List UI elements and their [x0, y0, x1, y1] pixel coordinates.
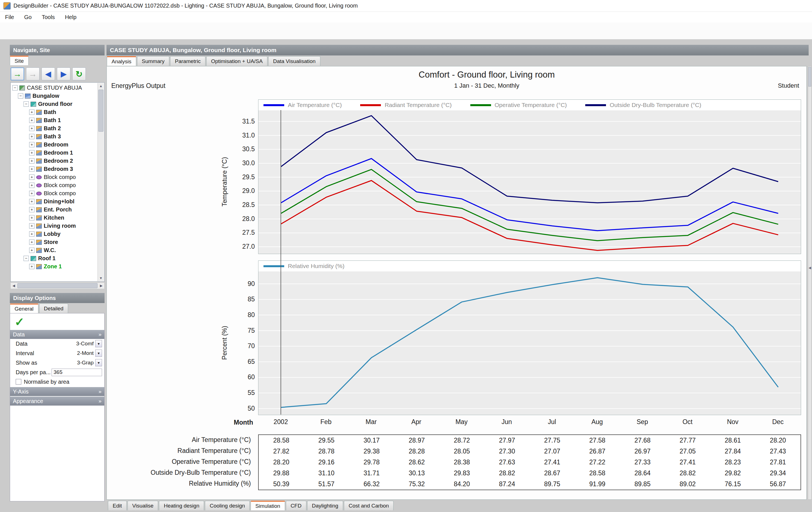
file-menu[interactable]: File	[0, 13, 19, 22]
cfd-tab[interactable]: CFD	[286, 501, 307, 510]
refresh-icon[interactable]	[72, 67, 86, 80]
report-button[interactable]	[219, 24, 234, 38]
tree-item[interactable]: Kitchen	[11, 214, 97, 222]
open-button[interactable]	[20, 24, 34, 38]
days-per-page-input[interactable]: 365	[52, 369, 102, 376]
tree-expand-toggle-icon[interactable]	[18, 93, 23, 98]
tree-expand-toggle-icon[interactable]	[29, 158, 34, 163]
tree-expand-toggle-icon[interactable]	[29, 248, 34, 253]
parametric-tab[interactable]: Parametric	[170, 56, 205, 66]
tree-item[interactable]: Bedroom 3	[11, 165, 97, 173]
tree-expand-toggle-icon[interactable]	[29, 215, 34, 220]
tree-item[interactable]: Block compo	[11, 189, 97, 198]
screen-plus-button[interactable]	[165, 24, 180, 38]
content-vertical-scrollbar[interactable]	[808, 66, 812, 500]
apply-check-icon[interactable]: ✓	[10, 313, 104, 329]
scrollbar-thumb[interactable]	[98, 90, 104, 132]
tree-expand-toggle-icon[interactable]	[29, 110, 34, 115]
tree-item[interactable]: Bath 2	[11, 124, 97, 132]
tree-expand-toggle-icon[interactable]	[29, 150, 34, 155]
tree-item[interactable]: CASE STUDY ABUJA	[11, 84, 97, 92]
tree-horizontal-scrollbar[interactable]	[10, 282, 105, 289]
cooling-design-tab[interactable]: Cooling design	[205, 501, 250, 510]
tree-vertical-scrollbar[interactable]	[97, 83, 104, 281]
dropdown-arrow-icon[interactable]	[95, 359, 102, 366]
scroll-up-icon[interactable]	[98, 83, 104, 89]
tree-expand-toggle-icon[interactable]	[24, 256, 29, 261]
tools-key-button[interactable]	[89, 24, 104, 38]
tree-expand-toggle-icon[interactable]	[29, 231, 34, 237]
daylighting-tab[interactable]: Daylighting	[307, 501, 343, 510]
tree-expand-toggle-icon[interactable]	[24, 101, 29, 107]
tree-expand-toggle-icon[interactable]	[29, 191, 34, 196]
tree-item[interactable]: Living room	[11, 222, 97, 230]
tree-expand-toggle-icon[interactable]	[29, 175, 34, 180]
panel-splitter[interactable]	[105, 45, 107, 501]
tree-item[interactable]: Ent. Porch	[11, 206, 97, 214]
scroll-left-icon[interactable]	[11, 284, 17, 288]
simulation-tab[interactable]: Simulation	[251, 501, 285, 510]
tree-item[interactable]: Bath 1	[11, 116, 97, 124]
y-axis-section-header[interactable]: Y-Axis	[10, 387, 104, 396]
tree-item[interactable]: Bedroom 1	[11, 149, 97, 157]
tree-expand-toggle-icon[interactable]	[29, 126, 34, 131]
detailed-tab[interactable]: Detailed	[39, 304, 68, 313]
normalise-checkbox[interactable]	[16, 379, 21, 385]
edit-chart-button[interactable]	[112, 24, 126, 38]
tree-item[interactable]: Bungalow	[11, 92, 97, 100]
tree-expand-toggle-icon[interactable]	[29, 239, 34, 245]
tree-item[interactable]: Dining+lobl	[11, 198, 97, 206]
panel-collapse-arrow-icon[interactable]	[808, 266, 811, 270]
tree-item[interactable]: W.C.	[11, 246, 97, 254]
tree-expand-toggle-icon[interactable]	[29, 183, 34, 188]
dropdown-arrow-icon[interactable]	[95, 350, 102, 357]
zoom-button[interactable]	[188, 24, 202, 38]
scroll-down-icon[interactable]	[98, 275, 104, 281]
scroll-right-icon[interactable]	[98, 284, 104, 288]
tools-menu[interactable]: Tools	[37, 13, 60, 22]
analysis-tab[interactable]: Analysis	[107, 56, 136, 66]
tree-expand-toggle-icon[interactable]	[29, 264, 34, 269]
tree-expand-toggle-icon[interactable]	[29, 199, 34, 204]
temperature-plot[interactable]	[258, 110, 801, 254]
summary-tab[interactable]: Summary	[137, 56, 169, 66]
templates-button[interactable]	[241, 24, 256, 38]
new-file-button[interactable]	[4, 24, 19, 38]
tree-item[interactable]: Lobby	[11, 230, 97, 238]
cost-and-carbon-tab[interactable]: Cost and Carbon	[344, 501, 394, 510]
tree-expand-toggle-icon[interactable]	[29, 167, 34, 172]
data-visualisation-tab[interactable]: Data Visualisation	[268, 56, 320, 66]
tree-item[interactable]: Block compo	[11, 181, 97, 189]
scrollbar-thumb[interactable]	[18, 283, 97, 288]
chart-cursor-line[interactable]	[281, 110, 281, 415]
next-icon[interactable]	[57, 67, 70, 80]
save-button[interactable]	[35, 24, 50, 38]
humidity-plot[interactable]	[258, 271, 801, 415]
visualise-tab[interactable]: Visualise	[127, 501, 158, 510]
tree-item[interactable]: Bedroom	[11, 141, 97, 149]
tree-expand-toggle-icon[interactable]	[12, 85, 18, 90]
tree-item[interactable]: Bedroom 2	[11, 157, 97, 165]
tree-item[interactable]: Zone 1	[11, 263, 97, 271]
edit-tab[interactable]: Edit	[108, 501, 127, 510]
data-section-header[interactable]: Data	[10, 330, 104, 339]
tree-expand-toggle-icon[interactable]	[29, 118, 34, 123]
print-button[interactable]	[51, 24, 66, 38]
tree-item[interactable]: Bath	[11, 108, 97, 116]
appearance-section-header[interactable]: Appearance	[10, 397, 104, 405]
tree-item[interactable]: Roof 1	[11, 254, 97, 263]
refresh-button[interactable]	[127, 24, 142, 38]
tree-item[interactable]: Block compo	[11, 173, 97, 181]
optimisation-ua-sa-tab[interactable]: Optimisation + UA/SA	[206, 56, 267, 66]
tree-item[interactable]: Store	[11, 238, 97, 246]
tree-expand-toggle-icon[interactable]	[29, 223, 34, 229]
help-menu[interactable]: Help	[60, 13, 82, 22]
screen-button[interactable]	[150, 24, 164, 38]
tree-expand-toggle-icon[interactable]	[29, 207, 34, 212]
tree-item[interactable]: Bath 3	[11, 132, 97, 141]
tree-expand-toggle-icon[interactable]	[29, 142, 34, 147]
site-tab[interactable]: Site	[10, 56, 29, 65]
dropdown-arrow-icon[interactable]	[95, 340, 102, 347]
wrench-button[interactable]	[74, 24, 88, 38]
previous-icon[interactable]	[41, 67, 55, 80]
